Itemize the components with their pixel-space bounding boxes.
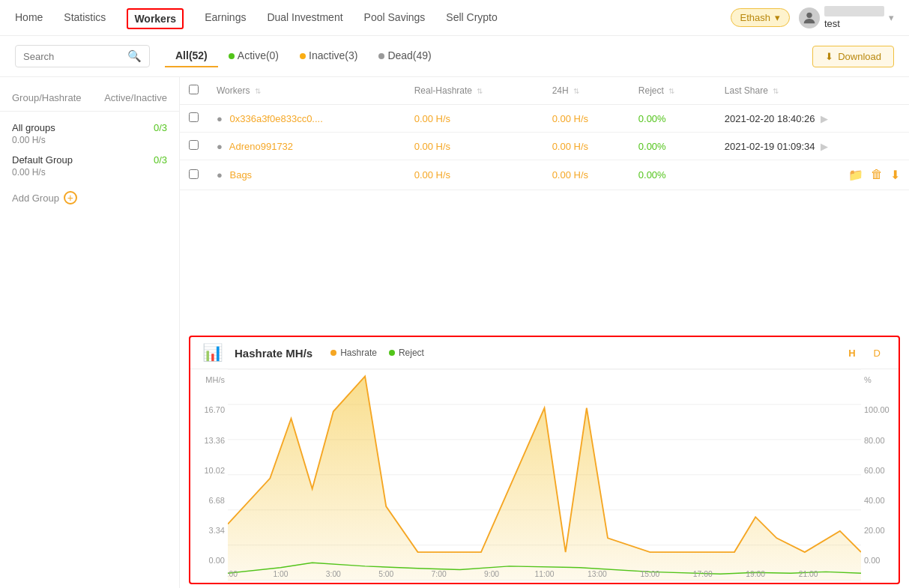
tab-inactive[interactable]: Inactive(3) [289, 45, 368, 67]
worker-name[interactable]: ● Bags [208, 160, 405, 190]
search-input[interactable] [23, 51, 123, 62]
nav-items: Home Statistics Workers Earnings Dual In… [15, 1, 731, 35]
table-chart-wrap: Workers ⇅ Real-Hashrate ⇅ 24H ⇅ Reject ⇅ [180, 77, 909, 588]
worker-hashrate: 0.00 H/s [405, 160, 543, 190]
y-label-334: 3.34 [193, 526, 225, 535]
x-label-500: 5:00 [378, 570, 393, 578]
tab-active[interactable]: Active(0) [218, 45, 289, 67]
chart-icon: 📊 [202, 343, 223, 363]
sort-24h-icon[interactable]: ⇅ [573, 87, 579, 95]
sidebar-group-info: All groups 0.00 H/s [12, 122, 55, 145]
worker-name[interactable]: ● Adreno991732 [208, 133, 405, 160]
sidebar-header: Group/Hashrate Active/Inactive [0, 89, 179, 112]
x-label-1100: 11:00 [535, 570, 555, 578]
folder-icon[interactable]: 📁 [848, 168, 863, 182]
download-row-icon[interactable]: ⬇ [890, 168, 900, 182]
y-unit-left: MH/s [193, 375, 225, 384]
worker-last-share: 2021-02-19 01:09:34 ▶ [716, 133, 909, 160]
sort-reject-icon[interactable]: ⇅ [668, 87, 674, 95]
x-label-300: 3:00 [326, 570, 341, 578]
sidebar-header-status: Active/Inactive [104, 92, 167, 103]
row-checkbox-cell [180, 133, 208, 160]
table-row: ● Adreno991732 0.00 H/s 0.00 H/s 0.00% 2… [180, 133, 909, 160]
nav-item-earnings[interactable]: Earnings [205, 1, 246, 35]
y-label-1336: 13.36 [193, 436, 225, 445]
row-checkbox[interactable] [189, 140, 199, 150]
y-labels-right: % 100.00 80.00 60.00 40.00 20.00 0.00 [861, 369, 899, 583]
y-label-1002: 10.02 [193, 466, 225, 475]
nav-item-dual-investment[interactable]: Dual Investment [267, 1, 342, 35]
worker-hashrate: 0.00 H/s [405, 105, 543, 133]
sort-workers-icon[interactable]: ⇅ [255, 87, 261, 95]
chart-legend: Hashrate Reject [330, 348, 424, 358]
x-label-700: 7:00 [432, 570, 447, 578]
download-button[interactable]: ⬇ Download [812, 46, 894, 67]
ethash-button[interactable]: Ethash ▾ [731, 8, 790, 27]
search-box[interactable]: 🔍 [15, 45, 150, 67]
sort-hashrate-icon[interactable]: ⇅ [477, 87, 483, 95]
worker-dot: ● [217, 113, 223, 124]
nav-item-sell-crypto[interactable]: Sell Crypto [446, 1, 497, 35]
add-group-button[interactable]: Add Group + [0, 182, 179, 204]
chart-body: MH/s 16.70 13.36 10.02 6.68 3.34 0.00 [190, 369, 899, 583]
add-icon: + [64, 191, 77, 204]
y-label-r60: 60.00 [864, 466, 896, 475]
user-name: test [824, 18, 884, 29]
hashrate-chart: 23:00 1:00 3:00 5:00 7:00 9:00 11:00 13:… [228, 369, 861, 581]
legend-reject: Reject [389, 348, 424, 358]
worker-name-text: Bags [229, 169, 252, 181]
legend-hashrate: Hashrate [330, 348, 377, 358]
worker-name[interactable]: ● 0x336a3f0e833cc0.... [208, 105, 405, 133]
worker-last-share: 📁 🗑 ⬇ [716, 160, 909, 190]
dead-dot [378, 53, 384, 59]
worker-24h: 0.00 H/s [543, 160, 629, 190]
worker-hashrate: 0.00 H/s [405, 133, 543, 160]
time-btn-d[interactable]: D [868, 346, 887, 360]
worker-24h: 0.00 H/s [543, 133, 629, 160]
col-reject: Reject ⇅ [629, 77, 716, 105]
filter-tabs: All(52) Active(0) Inactive(3) Dead(49) [165, 45, 442, 67]
time-btn-h[interactable]: H [842, 346, 861, 360]
nav-item-pool-savings[interactable]: Pool Savings [364, 1, 426, 35]
sort-last-share-icon[interactable]: ⇅ [773, 87, 779, 95]
arrow-icon[interactable]: ▶ [821, 141, 828, 152]
x-label-100: 1:00 [273, 570, 288, 578]
arrow-icon[interactable]: ▶ [821, 113, 828, 124]
sidebar-row-default[interactable]: Default Group 0.00 H/s 0/3 [0, 150, 179, 182]
y-labels-left: MH/s 16.70 13.36 10.02 6.68 3.34 0.00 [190, 369, 228, 583]
sidebar-count-default: 0/3 [154, 154, 167, 166]
delete-icon[interactable]: 🗑 [871, 168, 883, 182]
row-checkbox[interactable] [189, 169, 199, 179]
workers-table-area: Workers ⇅ Real-Hashrate ⇅ 24H ⇅ Reject ⇅ [180, 77, 909, 330]
nav-item-statistics[interactable]: Statistics [64, 1, 106, 35]
tab-dead[interactable]: Dead(49) [368, 45, 441, 67]
worker-reject: 0.00% [629, 133, 716, 160]
worker-name-text: Adreno991732 [229, 141, 293, 152]
row-checkbox-cell [180, 160, 208, 190]
nav-item-workers[interactable]: Workers [127, 8, 184, 29]
sidebar-default-group-label: Default Group [12, 154, 73, 166]
chart-title: Hashrate MH/s [235, 347, 312, 360]
sidebar-row-all[interactable]: All groups 0.00 H/s 0/3 [0, 118, 179, 150]
row-checkbox-cell [180, 105, 208, 133]
sidebar-header-group: Group/Hashrate [12, 92, 82, 103]
worker-dot: ● [217, 169, 223, 181]
col-workers: Workers ⇅ [208, 77, 405, 105]
select-all-checkbox[interactable] [189, 85, 199, 94]
chart-time-buttons: H D [842, 346, 887, 360]
worker-24h: 0.00 H/s [543, 105, 629, 133]
sidebar-count-all: 0/3 [154, 122, 167, 133]
svg-point-0 [806, 12, 812, 17]
table-row: ● Bags 0.00 H/s 0.00 H/s 0.00% 📁 🗑 ⬇ [180, 160, 909, 190]
table-row: ● 0x336a3f0e833cc0.... 0.00 H/s 0.00 H/s… [180, 105, 909, 133]
search-icon: 🔍 [127, 49, 142, 63]
worker-last-share: 2021-02-20 18:40:26 ▶ [716, 105, 909, 133]
y-label-0: 0.00 [193, 556, 225, 565]
active-dot [229, 53, 235, 59]
row-checkbox[interactable] [189, 112, 199, 122]
nav-item-home[interactable]: Home [15, 1, 43, 35]
row-actions: 📁 🗑 ⬇ [725, 168, 900, 182]
tab-all[interactable]: All(52) [165, 45, 218, 67]
user-area[interactable]: test ▾ [799, 6, 894, 29]
user-id-blurred [824, 6, 884, 16]
